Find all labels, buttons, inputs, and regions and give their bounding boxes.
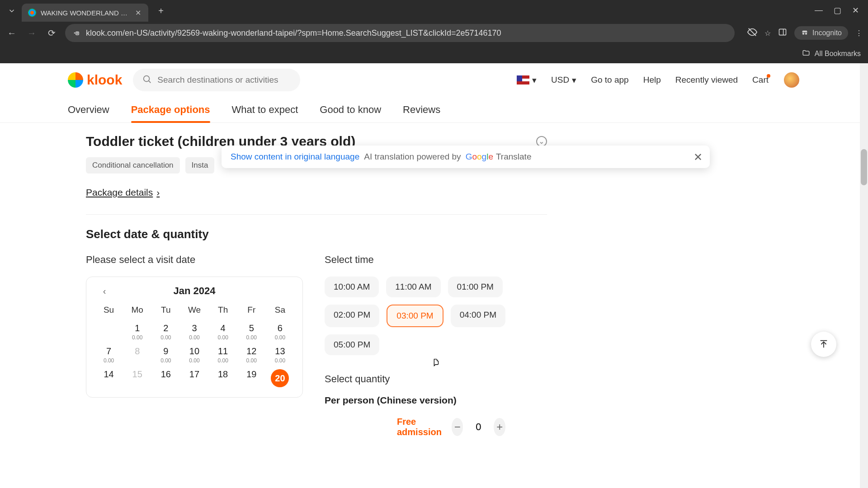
address-bar-actions: ☆ Incognito ⋮ xyxy=(747,26,863,40)
calendar-day[interactable]: 20 xyxy=(266,366,294,389)
calendar-prev-button[interactable]: ‹ xyxy=(98,285,111,297)
bookmark-star-icon[interactable]: ☆ xyxy=(764,29,771,38)
select-qty-label: Select quantity xyxy=(325,373,547,385)
calendar-day[interactable]: 110.00 xyxy=(209,343,237,366)
browser-tab[interactable]: WAKING WONDERLAND Revis… ✕ xyxy=(22,4,148,22)
time-qty-column: Select time 10:00 AM11:00 AM01:00 PM02:0… xyxy=(325,254,547,437)
calendar-dow: Mo xyxy=(123,305,151,315)
translate-banner: Show content in original language AI tra… xyxy=(222,145,710,168)
tab-what-to-expect[interactable]: What to expect xyxy=(232,104,298,116)
calendar-day[interactable]: 40.00 xyxy=(209,319,237,343)
calendar-day[interactable]: 17 xyxy=(180,366,208,389)
google-translate-logo: Google Translate xyxy=(466,152,532,162)
browser-menu-icon[interactable]: ⋮ xyxy=(855,29,863,38)
svg-point-8 xyxy=(805,33,807,35)
calendar-day[interactable]: 70.00 xyxy=(94,343,123,366)
currency-selector[interactable]: USD▾ xyxy=(551,75,576,85)
scrollbar-track[interactable] xyxy=(860,63,868,488)
scroll-to-top-button[interactable] xyxy=(811,332,836,357)
close-tab-icon[interactable]: ✕ xyxy=(134,9,142,17)
calendar-day[interactable]: 19 xyxy=(237,366,266,389)
recently-viewed-link[interactable]: Recently viewed xyxy=(675,75,738,85)
site-header: klook ▾ USD▾ Go to app Help Recently vie… xyxy=(0,63,868,97)
calendar-day[interactable]: 100.00 xyxy=(180,343,208,366)
calendar-dow: Fr xyxy=(237,305,266,315)
chevron-right-icon: › xyxy=(156,187,160,198)
url-field[interactable]: klook.com/en-US/activity/92569-waking-wo… xyxy=(65,24,735,42)
search-box[interactable] xyxy=(133,69,300,91)
visit-date-label: Please select a visit date xyxy=(86,254,303,266)
time-option[interactable]: 03:00 PM xyxy=(387,305,443,327)
close-banner-icon[interactable]: ✕ xyxy=(693,151,703,164)
calendar-day[interactable]: 15 xyxy=(123,366,151,389)
calendar-day[interactable]: 18 xyxy=(209,366,237,389)
url-text: klook.com/en-US/activity/92569-waking-wo… xyxy=(86,28,501,38)
all-bookmarks-link[interactable]: All Bookmarks xyxy=(815,50,861,58)
show-original-link[interactable]: Show content in original language xyxy=(231,152,359,162)
site-info-icon[interactable] xyxy=(72,29,80,37)
help-link[interactable]: Help xyxy=(643,75,661,85)
calendar-day[interactable]: 130.00 xyxy=(266,343,294,366)
svg-point-7 xyxy=(802,33,805,35)
time-option[interactable]: 04:00 PM xyxy=(451,305,505,327)
calendar-day[interactable]: 60.00 xyxy=(266,319,294,343)
main-content: Toddler ticket (children under 3 years o… xyxy=(0,123,868,437)
calendar-day[interactable]: 10.00 xyxy=(123,319,151,343)
folder-icon xyxy=(802,49,810,59)
language-selector[interactable]: ▾ xyxy=(517,75,537,85)
time-option[interactable]: 01:00 PM xyxy=(448,277,503,297)
per-person-label: Per person (Chinese version) xyxy=(325,395,547,406)
reload-button[interactable]: ⟳ xyxy=(45,27,58,39)
logo[interactable]: klook xyxy=(68,72,122,88)
qty-increment-button[interactable]: + xyxy=(494,418,505,436)
time-grid: 10:00 AM11:00 AM01:00 PM02:00 PM03:00 PM… xyxy=(325,277,505,355)
search-input[interactable] xyxy=(157,75,291,85)
forward-button[interactable]: → xyxy=(25,27,38,39)
time-option[interactable]: 02:00 PM xyxy=(325,305,379,327)
avatar[interactable] xyxy=(783,71,800,89)
header-right: ▾ USD▾ Go to app Help Recently viewed Ca… xyxy=(517,71,800,89)
go-to-app-link[interactable]: Go to app xyxy=(591,75,628,85)
time-option[interactable]: 10:00 AM xyxy=(325,277,379,297)
calendar-day[interactable]: 14 xyxy=(94,366,123,389)
logo-mark-icon xyxy=(68,72,83,88)
time-option[interactable]: 05:00 PM xyxy=(325,334,379,355)
back-button[interactable]: ← xyxy=(5,27,18,39)
calendar-day[interactable]: 16 xyxy=(151,366,180,389)
eye-off-icon[interactable] xyxy=(747,27,757,39)
calendar-header: ‹ Jan 2024 xyxy=(94,285,294,297)
incognito-badge[interactable]: Incognito xyxy=(794,26,848,40)
close-window-icon[interactable]: ✕ xyxy=(852,5,859,15)
calendar-dow: We xyxy=(180,305,208,315)
calendar-day[interactable]: 30.00 xyxy=(180,319,208,343)
maximize-icon[interactable]: ▢ xyxy=(834,5,841,15)
calendar-day[interactable]: 120.00 xyxy=(237,343,266,366)
browser-chrome: WAKING WONDERLAND Revis… ✕ + — ▢ ✕ ← → ⟳… xyxy=(0,0,868,63)
bookmarks-bar: All Bookmarks xyxy=(0,44,868,63)
tab-overview[interactable]: Overview xyxy=(68,104,109,116)
tab-title: WAKING WONDERLAND Revis… xyxy=(41,9,129,17)
side-panel-icon[interactable] xyxy=(778,28,787,38)
quantity-row: Free admission − 0 + xyxy=(325,417,505,437)
package-details-link[interactable]: Package details › xyxy=(86,187,547,198)
window-controls: — ▢ ✕ xyxy=(806,0,868,21)
time-option[interactable]: 11:00 AM xyxy=(386,277,440,297)
cart-dot-icon xyxy=(767,74,770,78)
free-admission-text: Free admission xyxy=(397,417,442,437)
calendar-dow: Sa xyxy=(266,305,294,315)
minimize-icon[interactable]: — xyxy=(815,5,823,15)
calendar: ‹ Jan 2024 SuMoTuWeThFrSa 10.0020.0030.0… xyxy=(86,277,303,398)
qty-decrement-button[interactable]: − xyxy=(452,418,463,436)
tab-good-to-know[interactable]: Good to know xyxy=(320,104,381,116)
scrollbar-thumb[interactable] xyxy=(861,149,867,185)
tab-package-options[interactable]: Package options xyxy=(131,104,210,116)
svg-point-9 xyxy=(144,76,150,82)
tab-reviews[interactable]: Reviews xyxy=(403,104,440,116)
cart-link[interactable]: Cart xyxy=(752,75,769,85)
calendar-day[interactable]: 90.00 xyxy=(151,343,180,366)
new-tab-button[interactable]: + xyxy=(154,4,168,18)
calendar-day[interactable]: 50.00 xyxy=(237,319,266,343)
tab-search-icon[interactable] xyxy=(5,5,18,17)
calendar-day[interactable]: 8 xyxy=(123,343,151,366)
calendar-day[interactable]: 20.00 xyxy=(151,319,180,343)
